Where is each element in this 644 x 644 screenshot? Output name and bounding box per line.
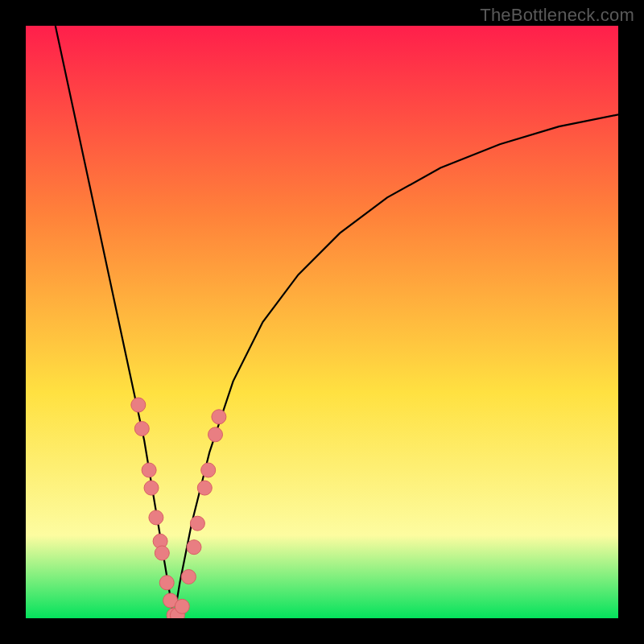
chart-frame: TheBottleneck.com xyxy=(0,0,644,644)
sample-marker xyxy=(142,463,156,477)
sample-marker xyxy=(134,422,149,436)
sample-marker xyxy=(159,576,174,590)
sample-marker xyxy=(208,427,223,442)
sample-marker xyxy=(212,410,226,424)
sample-marker xyxy=(175,599,189,613)
sample-marker xyxy=(201,463,216,477)
sample-marker xyxy=(187,540,201,555)
sample-marker xyxy=(181,570,196,584)
sample-marker xyxy=(131,398,146,412)
sample-marker xyxy=(190,516,204,530)
sample-marker xyxy=(155,546,169,560)
bottleneck-chart xyxy=(26,26,618,618)
gradient-background xyxy=(26,26,618,618)
watermark-text: TheBottleneck.com xyxy=(480,5,634,26)
sample-marker xyxy=(149,510,163,525)
sample-marker xyxy=(197,481,212,495)
sample-marker xyxy=(144,481,159,495)
plot-area xyxy=(26,26,618,618)
